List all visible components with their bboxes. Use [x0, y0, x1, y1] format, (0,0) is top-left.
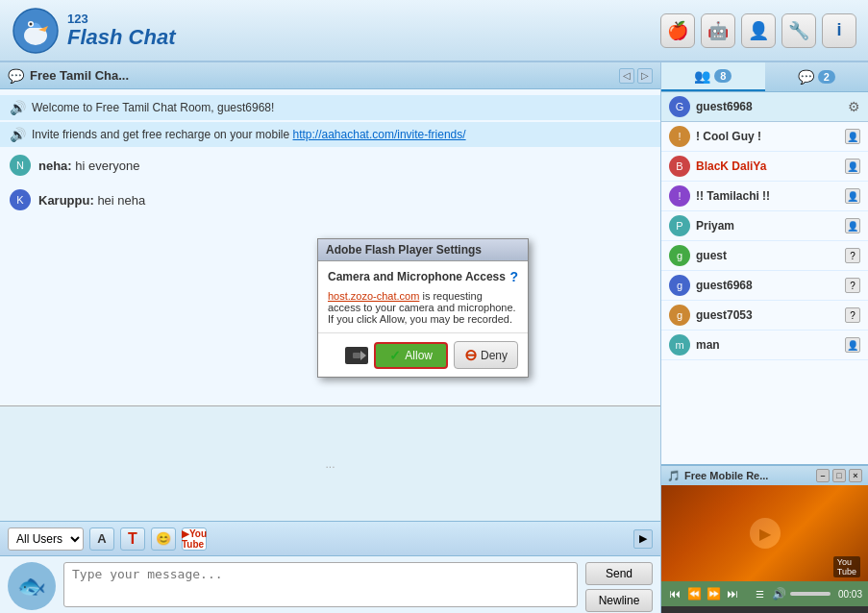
list-item[interactable]: B BlacK DaliYa 👤 — [661, 152, 868, 182]
user-filter-select[interactable]: All Users — [8, 527, 84, 551]
karuppu-avatar: K — [10, 189, 31, 210]
video-area: ... — [0, 405, 660, 521]
deny-button[interactable]: ⊖ Deny — [454, 341, 518, 369]
help-icon[interactable]: ? — [509, 269, 518, 284]
list-item[interactable]: ! !! Tamilachi !! 👤 — [661, 182, 868, 211]
rewind-button[interactable]: ⏪ — [686, 586, 702, 601]
users-count-badge: 8 — [714, 69, 732, 83]
system-message-1: 🔊 Welcome to Free Tamil Chat Room, guest… — [0, 95, 660, 120]
media-progress-bar[interactable] — [790, 592, 831, 596]
user-avatar: g — [669, 275, 690, 296]
user-action-btn[interactable]: ? — [845, 307, 860, 323]
prev-button[interactable]: ⏮ — [667, 586, 682, 601]
user-profile-button[interactable]: 👤 — [741, 13, 776, 48]
logo-area: 123 Flash Chat — [12, 7, 175, 55]
list-item[interactable]: g guest6968 ? — [661, 271, 868, 301]
android-button[interactable]: 🤖 — [701, 13, 735, 48]
karuppu-message-text: Karuppu: hei neha — [38, 193, 145, 208]
text-color-button[interactable]: T — [120, 527, 145, 551]
username: guest7053 — [696, 308, 839, 322]
user-action-btn[interactable]: 👤 — [845, 159, 860, 174]
media-minimize-btn[interactable]: – — [816, 469, 830, 482]
newline-button[interactable]: Newline — [585, 589, 653, 612]
settings-gear-icon[interactable]: ⚙ — [848, 99, 860, 114]
allow-button[interactable]: ✓ Allow — [374, 342, 448, 369]
right-panel: 👥 8 💬 2 G guest6968 ⚙ ! ! Cool Guy ! 👤 B — [661, 62, 868, 613]
user-action-btn[interactable]: 👤 — [845, 129, 860, 144]
send-button[interactable]: Send — [585, 562, 653, 585]
user-avatar: g — [669, 305, 690, 326]
user-avatar: ! — [669, 126, 690, 147]
font-style-button[interactable]: A — [89, 527, 114, 551]
media-maximize-btn[interactable]: □ — [832, 469, 846, 482]
user-message-neha: N neha: hi everyone — [0, 149, 660, 182]
allow-label: Allow — [405, 349, 433, 362]
settings-button[interactable]: 🔧 — [781, 13, 816, 48]
user-action-btn[interactable]: 👤 — [845, 218, 860, 233]
users-tab[interactable]: 👥 8 — [661, 62, 765, 91]
chat-title: 💬 Free Tamil Cha... — [8, 68, 129, 84]
message-text-input[interactable] — [63, 562, 578, 607]
camera-access-heading: Camera and Microphone Access ? — [328, 269, 518, 284]
list-item[interactable]: P Priyam 👤 — [661, 211, 868, 241]
neha-message-text: neha: hi everyone — [38, 159, 140, 173]
my-avatar: G — [669, 96, 690, 117]
username: Priyam — [696, 219, 839, 233]
username: BlacK DaliYa — [696, 159, 839, 173]
volume-button[interactable]: 🔊 — [771, 586, 786, 601]
user-message-karuppu: K Karuppu: hei neha — [0, 184, 660, 216]
expand-chat-button[interactable]: ▷ — [637, 68, 653, 84]
youtube-button[interactable]: ▶YouTube — [182, 527, 207, 551]
emoji-button[interactable]: 😊 — [151, 527, 176, 551]
username: guest6968 — [696, 279, 839, 292]
fish-button[interactable]: 🐟 — [8, 562, 56, 610]
info-button[interactable]: i — [822, 13, 856, 48]
flash-dialog-body: Camera and Microphone Access ? host.zozo… — [318, 261, 528, 332]
speaker-icon-1: 🔊 — [10, 100, 26, 115]
media-video-area: YouTube ▶ — [661, 485, 868, 581]
neha-avatar: N — [10, 155, 31, 176]
list-item[interactable]: m man 👤 — [661, 331, 868, 360]
allow-check-icon: ✓ — [389, 348, 401, 363]
camera-preview-icon — [345, 347, 368, 364]
apple-button[interactable]: 🍎 — [660, 13, 695, 48]
user-action-btn[interactable]: ? — [845, 248, 860, 263]
flash-dialog-title: Adobe Flash Player Settings — [318, 239, 528, 261]
chat-tab-icon: 💬 — [798, 69, 814, 85]
username: ! Cool Guy ! — [696, 130, 839, 143]
chat-toolbar: All Users A T 😊 ▶YouTube ▶ — [0, 521, 660, 555]
list-item[interactable]: g guest ? — [661, 241, 868, 271]
svg-point-3 — [30, 22, 33, 25]
user-action-btn[interactable]: 👤 — [845, 188, 860, 204]
chat-room-name: Free Tamil Cha... — [30, 68, 129, 83]
speaker-icon-2: 🔊 — [10, 127, 26, 142]
deny-x-icon: ⊖ — [464, 346, 477, 364]
user-list: ! ! Cool Guy ! 👤 B BlacK DaliYa 👤 ! !! T… — [661, 122, 868, 464]
user-avatar: g — [669, 245, 690, 266]
system-msg-1-text: Welcome to Free Tamil Chat Room, guest69… — [32, 101, 274, 114]
logo-icon — [12, 7, 60, 55]
forward-button[interactable]: ⏩ — [706, 586, 721, 601]
chat-window-controls: ◁ ▷ — [619, 68, 653, 84]
expand-toolbar-button[interactable]: ▶ — [633, 529, 653, 549]
next-button[interactable]: ⏭ — [725, 586, 740, 601]
my-user-row[interactable]: G guest6968 ⚙ — [661, 92, 868, 122]
list-item[interactable]: ! ! Cool Guy ! 👤 — [661, 122, 868, 152]
invite-link[interactable]: http://aahachat.com/invite-friends/ — [293, 128, 466, 141]
chat-header: 💬 Free Tamil Cha... ◁ ▷ — [0, 62, 660, 89]
youtube-watermark: YouTube — [833, 556, 860, 577]
minimize-chat-button[interactable]: ◁ — [619, 68, 634, 84]
list-item[interactable]: g guest7053 ? — [661, 301, 868, 331]
user-avatar: m — [669, 334, 690, 356]
user-action-btn[interactable]: ? — [845, 278, 860, 293]
media-close-btn[interactable]: × — [849, 469, 862, 482]
chat-tab[interactable]: 💬 2 — [765, 62, 869, 91]
playlist-button[interactable]: ☰ — [752, 586, 767, 601]
system-msg-2-text: Invite friends and get free recharge on … — [32, 128, 466, 141]
media-title-bar: 🎵 Free Mobile Re... – □ × — [661, 466, 868, 485]
host-link[interactable]: host.zozo-chat.com — [328, 290, 419, 302]
chat-count-badge: 2 — [818, 70, 835, 84]
user-action-btn[interactable]: 👤 — [845, 337, 860, 353]
header-icons: 🍎 🤖 👤 🔧 i — [660, 13, 856, 48]
music-note-icon: 🎵 — [667, 470, 681, 482]
